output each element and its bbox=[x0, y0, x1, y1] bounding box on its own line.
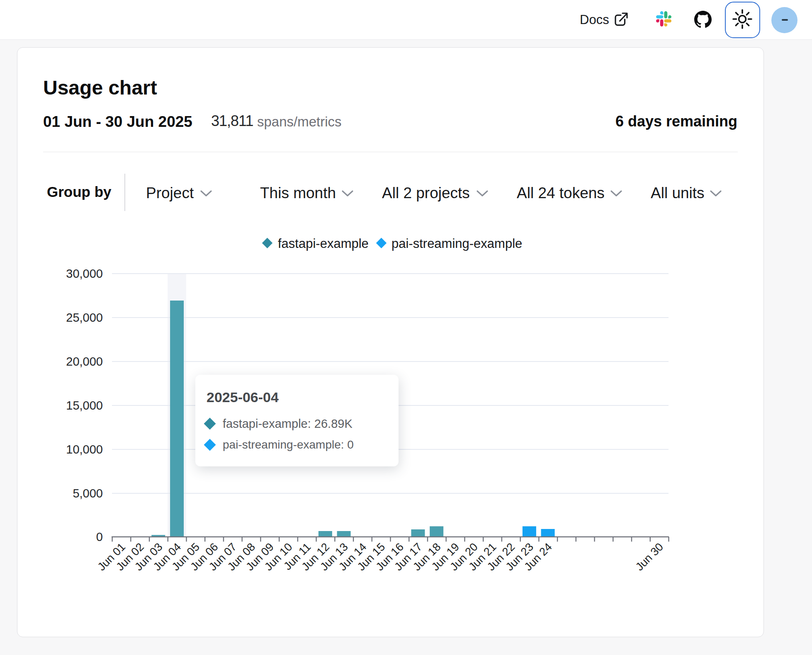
svg-text:20,000: 20,000 bbox=[66, 355, 103, 368]
svg-text:pai-streaming-example: pai-streaming-example bbox=[391, 236, 522, 251]
svg-text:10,000: 10,000 bbox=[66, 443, 103, 456]
svg-text:25,000: 25,000 bbox=[66, 311, 103, 324]
svg-text:0: 0 bbox=[96, 530, 103, 543]
svg-text:Jun 30: Jun 30 bbox=[633, 541, 666, 573]
svg-text:15,000: 15,000 bbox=[66, 399, 103, 412]
svg-text:fastapi-example: fastapi-example bbox=[278, 236, 369, 251]
svg-text:30,000: 30,000 bbox=[66, 267, 103, 280]
svg-text:5,000: 5,000 bbox=[73, 487, 103, 500]
